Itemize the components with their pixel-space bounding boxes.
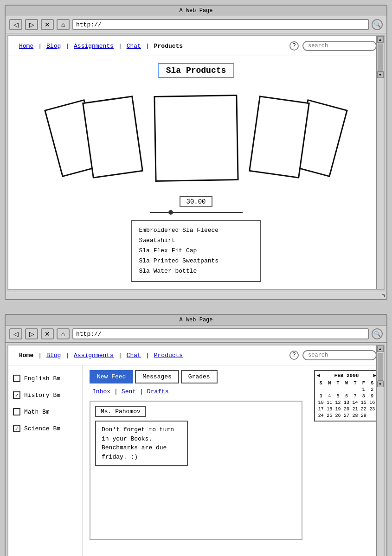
bottom-bar-1: ⊡ xyxy=(6,292,386,299)
cal-day[interactable]: 29 xyxy=(360,413,367,419)
page-content-1: ▲ ▼ Home | Blog | Assignments | Chat | P… xyxy=(7,35,385,290)
cal-day[interactable]: 4 xyxy=(325,393,333,399)
nav-link-blog-1[interactable]: Blog xyxy=(43,43,64,50)
feed-page: English Bm ✓ History Bm Math Bm ✓ Sci xyxy=(8,365,384,556)
page-heading: Sla Products xyxy=(158,63,235,78)
back-button[interactable]: ◁ xyxy=(9,19,22,30)
product-item-0[interactable]: Embroidered Sla Fleece Sweatshirt xyxy=(139,225,253,246)
slider-thumb[interactable] xyxy=(168,210,173,215)
forward-button-2[interactable]: ▷ xyxy=(25,328,38,339)
cal-day[interactable]: 26 xyxy=(334,413,342,419)
tab-new-feed[interactable]: New Feed xyxy=(90,370,133,383)
feed-submenu: Inbox | Sent | Drafts xyxy=(90,388,302,395)
search-button-1[interactable]: 🔍 xyxy=(372,19,383,30)
slider-track[interactable] xyxy=(150,212,243,213)
nav-bar-2: Home | Blog | Assignments | Chat | Produ… xyxy=(8,345,384,365)
product-list: Embroidered Sla Fleece Sweatshirt Sla Fl… xyxy=(131,220,261,282)
submenu-inbox[interactable]: Inbox xyxy=(90,388,113,395)
search-input-2[interactable] xyxy=(302,350,377,360)
submenu-drafts[interactable]: Drafts xyxy=(144,388,172,395)
cal-day[interactable]: 15 xyxy=(360,400,367,406)
cal-day[interactable]: 22 xyxy=(360,406,367,412)
cal-day[interactable]: 2 xyxy=(368,387,376,393)
help-icon-2[interactable]: ? xyxy=(289,351,299,360)
cal-day[interactable]: 24 xyxy=(317,413,325,419)
nav-assignments-2[interactable]: Assignments xyxy=(70,352,117,359)
cal-day[interactable]: 19 xyxy=(334,406,342,412)
cal-day[interactable]: 21 xyxy=(351,406,359,412)
url-bar-1[interactable] xyxy=(72,19,369,30)
product-item-2[interactable]: Sla Printed Sweatpants xyxy=(139,256,253,266)
nav-products-2[interactable]: Products xyxy=(150,352,186,359)
cal-day[interactable]: 17 xyxy=(317,406,325,412)
checkbox-english[interactable] xyxy=(13,375,20,382)
cal-day[interactable]: 5 xyxy=(334,393,342,399)
product-item-1[interactable]: Sla Flex Fit Cap xyxy=(139,246,253,256)
nav-link-home-1[interactable]: Home xyxy=(15,43,37,50)
calendar-header: ◄ FEB 2008 ► xyxy=(317,373,376,378)
close-button[interactable]: ✕ xyxy=(41,19,54,30)
scroll-down-2[interactable]: ▼ xyxy=(377,381,384,387)
scroll-down-1[interactable]: ▼ xyxy=(377,71,384,78)
home-button-2[interactable]: ⌂ xyxy=(57,328,70,339)
nav-blog-2[interactable]: Blog xyxy=(43,352,64,359)
product-card-center[interactable] xyxy=(154,95,238,182)
close-button-2[interactable]: ✕ xyxy=(41,328,54,339)
cal-day[interactable]: 12 xyxy=(334,400,342,406)
help-icon-1[interactable]: ? xyxy=(289,41,299,51)
nav-chat-2[interactable]: Chat xyxy=(123,352,145,359)
toolbar-2: ◁ ▷ ✕ ⌂ 🔍 xyxy=(6,326,386,343)
checkbox-history[interactable]: ✓ xyxy=(13,391,20,399)
scrollbar-2[interactable]: ▲ ▼ xyxy=(376,345,384,556)
scrollbar-1[interactable]: ▲ ▼ xyxy=(376,36,384,289)
product-carousel[interactable] xyxy=(15,87,377,189)
product-item-3[interactable]: Sla Water bottle xyxy=(139,266,253,276)
cal-day[interactable]: 9 xyxy=(368,393,376,399)
search-button-2[interactable]: 🔍 xyxy=(372,328,383,339)
cal-prev-button[interactable]: ◄ xyxy=(317,373,320,378)
checkbox-math[interactable] xyxy=(13,408,20,415)
checkbox-item-1: ✓ History Bm xyxy=(13,391,77,399)
cal-day[interactable]: 20 xyxy=(342,406,350,412)
nav-link-assignments-1[interactable]: Assignments xyxy=(70,43,117,50)
cal-day[interactable]: 16 xyxy=(368,400,376,406)
scroll-up-2[interactable]: ▲ xyxy=(377,345,384,352)
product-card-left[interactable] xyxy=(82,96,143,179)
home-button[interactable]: ⌂ xyxy=(57,19,70,30)
forward-button[interactable]: ▷ xyxy=(25,19,38,30)
cal-next-button[interactable]: ► xyxy=(373,373,376,378)
cal-day[interactable]: 18 xyxy=(325,406,333,412)
tab-grades[interactable]: Grades xyxy=(181,370,218,383)
cal-day[interactable]: 14 xyxy=(351,400,359,406)
cal-day[interactable]: 8 xyxy=(360,393,367,399)
scroll-thumb-1[interactable] xyxy=(378,44,383,71)
url-bar-2[interactable] xyxy=(72,328,369,339)
calendar: ◄ FEB 2008 ► S M T W T F S 12 xyxy=(314,370,379,422)
nav-right-1: ? xyxy=(289,41,377,51)
nav-home-2: Home xyxy=(15,352,37,359)
cal-day[interactable]: 13 xyxy=(342,400,350,406)
checkbox-science[interactable]: ✓ xyxy=(13,425,20,432)
search-input-1[interactable] xyxy=(302,41,377,51)
cal-day[interactable]: 7 xyxy=(351,393,359,399)
submenu-sent[interactable]: Sent xyxy=(119,388,139,395)
back-button-2[interactable]: ◁ xyxy=(9,328,22,339)
nav-bar-1: Home | Blog | Assignments | Chat | Produ… xyxy=(8,36,384,56)
price-slider[interactable] xyxy=(15,212,377,213)
nav-link-chat-1[interactable]: Chat xyxy=(123,43,145,50)
scroll-up-1[interactable]: ▲ xyxy=(377,36,384,43)
toolbar-1: ◁ ▷ ✕ ⌂ 🔍 xyxy=(6,16,386,33)
cal-day[interactable]: 28 xyxy=(351,413,359,419)
product-card-right[interactable] xyxy=(249,96,310,179)
cal-day[interactable]: 10 xyxy=(317,400,325,406)
cal-day[interactable]: 3 xyxy=(317,393,325,399)
cal-day[interactable]: 6 xyxy=(342,393,350,399)
tab-messages[interactable]: Messages xyxy=(135,370,179,383)
cal-day[interactable]: 25 xyxy=(325,413,333,419)
cal-day[interactable]: 23 xyxy=(368,406,376,412)
cal-day[interactable]: 27 xyxy=(342,413,350,419)
cal-day[interactable]: 1 xyxy=(360,387,367,393)
scroll-thumb-2[interactable] xyxy=(378,353,383,381)
cal-day[interactable]: 11 xyxy=(325,400,333,406)
page-content-2: ▲ ▼ Home | Blog | Assignments | Chat | P… xyxy=(7,345,385,556)
